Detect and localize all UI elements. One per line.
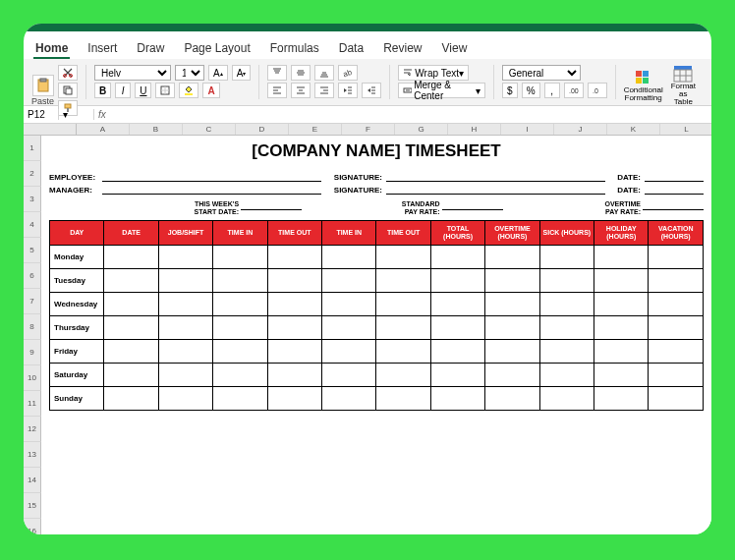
day-cell[interactable]: Friday bbox=[50, 340, 104, 364]
data-cell[interactable] bbox=[376, 293, 430, 316]
start-date-field[interactable] bbox=[241, 200, 302, 210]
decrease-indent-button[interactable] bbox=[338, 83, 358, 98]
data-cell[interactable] bbox=[158, 364, 212, 387]
row-header-15[interactable]: 15 bbox=[24, 493, 41, 519]
data-cell[interactable] bbox=[104, 364, 158, 387]
data-cell[interactable] bbox=[539, 246, 594, 269]
data-cell[interactable] bbox=[322, 246, 376, 269]
data-cell[interactable] bbox=[485, 269, 539, 293]
row-header-4[interactable]: 4 bbox=[24, 212, 41, 238]
data-cell[interactable] bbox=[104, 293, 158, 316]
col-header-B[interactable]: B bbox=[130, 124, 183, 135]
tab-page-layout[interactable]: Page Layout bbox=[182, 39, 252, 59]
underline-button[interactable]: U bbox=[135, 83, 151, 98]
row-header-8[interactable]: 8 bbox=[24, 314, 41, 340]
align-center-button[interactable] bbox=[291, 83, 311, 98]
data-cell[interactable] bbox=[267, 340, 321, 364]
borders-button[interactable] bbox=[155, 83, 175, 98]
data-cell[interactable] bbox=[430, 340, 484, 364]
day-cell[interactable]: Wednesday bbox=[50, 293, 104, 316]
row-header-9[interactable]: 9 bbox=[24, 340, 41, 365]
day-cell[interactable]: Monday bbox=[50, 246, 104, 269]
row-header-16[interactable]: 16 bbox=[24, 519, 41, 534]
data-cell[interactable] bbox=[104, 387, 158, 411]
data-cell[interactable] bbox=[594, 364, 649, 387]
day-cell[interactable]: Saturday bbox=[50, 364, 104, 387]
increase-decimal-button[interactable]: .00 bbox=[564, 83, 584, 98]
data-cell[interactable] bbox=[322, 269, 376, 293]
data-cell[interactable] bbox=[376, 387, 430, 411]
data-cell[interactable] bbox=[430, 293, 484, 316]
tab-insert[interactable]: Insert bbox=[85, 39, 119, 59]
row-header-6[interactable]: 6 bbox=[24, 263, 41, 289]
data-cell[interactable] bbox=[104, 246, 158, 269]
col-header-D[interactable]: D bbox=[236, 124, 289, 135]
data-cell[interactable] bbox=[213, 293, 267, 316]
row-header-2[interactable]: 2 bbox=[24, 161, 41, 187]
data-cell[interactable] bbox=[649, 293, 704, 316]
data-cell[interactable] bbox=[322, 316, 376, 340]
data-cell[interactable] bbox=[594, 316, 649, 340]
worksheet[interactable]: [COMPANY NAME] TIMESHEET EMPLOYEE: SIGNA… bbox=[41, 136, 711, 534]
row-header-1[interactable]: 1 bbox=[24, 136, 41, 161]
data-cell[interactable] bbox=[594, 293, 649, 316]
date-field-2[interactable] bbox=[645, 184, 704, 195]
signature-field-1[interactable] bbox=[386, 171, 605, 182]
data-cell[interactable] bbox=[267, 269, 321, 293]
row-header-13[interactable]: 13 bbox=[24, 442, 41, 468]
data-cell[interactable] bbox=[539, 364, 594, 387]
data-cell[interactable] bbox=[322, 387, 376, 411]
employee-field[interactable] bbox=[102, 171, 321, 182]
col-header-H[interactable]: H bbox=[448, 124, 501, 135]
data-cell[interactable] bbox=[649, 316, 704, 340]
data-cell[interactable] bbox=[213, 316, 267, 340]
align-left-button[interactable] bbox=[267, 83, 287, 98]
col-header-A[interactable]: A bbox=[77, 124, 130, 135]
format-as-table-button[interactable]: Format as Table bbox=[671, 65, 696, 106]
data-cell[interactable] bbox=[322, 364, 376, 387]
data-cell[interactable] bbox=[267, 246, 321, 269]
data-cell[interactable] bbox=[649, 269, 704, 293]
data-cell[interactable] bbox=[485, 364, 539, 387]
data-cell[interactable] bbox=[322, 293, 376, 316]
paste-icon[interactable] bbox=[32, 75, 54, 96]
merge-center-button[interactable]: Merge & Center ▾ bbox=[398, 83, 484, 98]
signature-field-2[interactable] bbox=[386, 184, 605, 195]
data-cell[interactable] bbox=[539, 269, 594, 293]
row-header-14[interactable]: 14 bbox=[24, 468, 41, 493]
row-header-7[interactable]: 7 bbox=[24, 289, 41, 314]
align-right-button[interactable] bbox=[314, 83, 334, 98]
data-cell[interactable] bbox=[430, 364, 484, 387]
data-cell[interactable] bbox=[376, 340, 430, 364]
data-cell[interactable] bbox=[213, 340, 267, 364]
data-cell[interactable] bbox=[213, 269, 267, 293]
pay-rate-field[interactable] bbox=[442, 200, 503, 210]
row-headers[interactable]: 12345678910111213141516 bbox=[24, 136, 41, 534]
fx-label[interactable]: fx bbox=[94, 109, 110, 120]
col-header-F[interactable]: F bbox=[342, 124, 395, 135]
data-cell[interactable] bbox=[430, 387, 484, 411]
data-cell[interactable] bbox=[649, 246, 704, 269]
row-header-3[interactable]: 3 bbox=[24, 187, 41, 212]
row-header-10[interactable]: 10 bbox=[24, 365, 41, 391]
col-header-E[interactable]: E bbox=[289, 124, 342, 135]
overtime-rate-field[interactable] bbox=[643, 200, 704, 210]
data-cell[interactable] bbox=[485, 246, 539, 269]
align-bottom-button[interactable] bbox=[314, 65, 334, 81]
data-cell[interactable] bbox=[104, 269, 158, 293]
percent-button[interactable]: % bbox=[522, 83, 540, 98]
day-cell[interactable]: Sunday bbox=[50, 387, 104, 411]
data-cell[interactable] bbox=[158, 316, 212, 340]
data-cell[interactable] bbox=[104, 340, 158, 364]
data-cell[interactable] bbox=[213, 387, 267, 411]
tab-home[interactable]: Home bbox=[33, 39, 70, 59]
decrease-font-button[interactable]: A▾ bbox=[232, 65, 252, 81]
data-cell[interactable] bbox=[649, 387, 704, 411]
bold-button[interactable]: B bbox=[94, 83, 111, 98]
fill-color-button[interactable] bbox=[179, 83, 198, 98]
increase-font-button[interactable]: A▴ bbox=[208, 65, 228, 81]
data-cell[interactable] bbox=[158, 293, 212, 316]
col-header-C[interactable]: C bbox=[183, 124, 236, 135]
wrap-text-button[interactable]: Wrap Text ▾ bbox=[398, 65, 469, 81]
currency-button[interactable]: $ bbox=[502, 83, 518, 98]
